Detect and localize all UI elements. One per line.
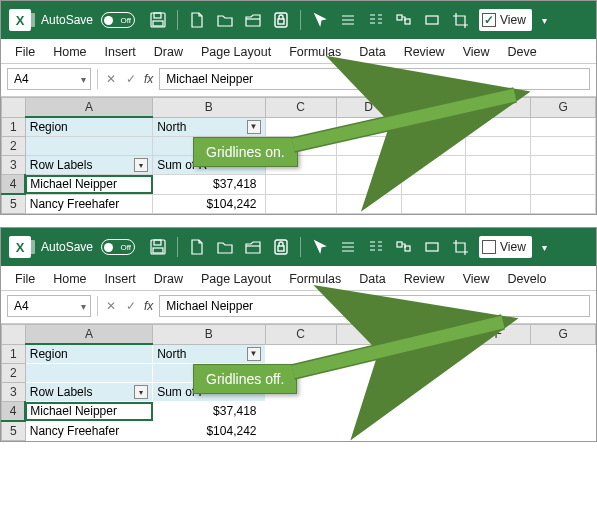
tab-home[interactable]: Home	[53, 272, 86, 286]
tab-page-layout[interactable]: Page Layout	[201, 45, 271, 59]
cell[interactable]	[466, 421, 531, 441]
save-icon[interactable]	[149, 11, 167, 29]
view-gridlines-checkbox[interactable]: View	[479, 9, 532, 31]
cell[interactable]	[25, 137, 152, 156]
select-all-corner[interactable]	[2, 325, 26, 345]
enter-icon[interactable]: ✓	[124, 72, 138, 86]
col-header-c[interactable]: C	[265, 98, 336, 118]
filter-dropdown-icon[interactable]: ▼	[247, 347, 261, 361]
cell[interactable]	[265, 402, 336, 422]
filter-dropdown-icon[interactable]: ▾	[134, 385, 148, 399]
indent-icon[interactable]	[367, 11, 385, 29]
view-gridlines-checkbox[interactable]: View	[479, 236, 532, 258]
cell[interactable]	[401, 137, 466, 156]
cell[interactable]	[265, 383, 336, 402]
cell-a4-selected[interactable]: Michael Neipper	[25, 175, 152, 195]
cell[interactable]	[401, 156, 466, 175]
cell[interactable]	[336, 402, 401, 422]
cell[interactable]	[401, 117, 466, 137]
cell[interactable]	[466, 383, 531, 402]
tab-view[interactable]: View	[463, 272, 490, 286]
fx-icon[interactable]: fx	[144, 72, 153, 86]
cell[interactable]	[531, 383, 596, 402]
cell[interactable]	[25, 364, 152, 383]
align-icon[interactable]	[339, 11, 357, 29]
lock-icon[interactable]	[272, 238, 290, 256]
cell[interactable]	[336, 194, 401, 214]
col-header-a[interactable]: A	[25, 98, 152, 118]
save-icon[interactable]	[149, 238, 167, 256]
cell[interactable]	[401, 402, 466, 422]
align-icon[interactable]	[339, 238, 357, 256]
cell[interactable]	[265, 137, 336, 156]
group-icon[interactable]	[395, 11, 413, 29]
row-header-1[interactable]: 1	[2, 117, 26, 137]
row-header-2[interactable]: 2	[2, 364, 26, 383]
cell[interactable]	[531, 137, 596, 156]
cell-a1[interactable]: Region	[25, 117, 152, 137]
tab-file[interactable]: File	[15, 272, 35, 286]
cell[interactable]	[336, 364, 401, 383]
cell[interactable]	[401, 421, 466, 441]
cell[interactable]	[336, 383, 401, 402]
new-file-icon[interactable]	[188, 238, 206, 256]
crop-icon[interactable]	[451, 11, 469, 29]
tab-home[interactable]: Home	[53, 45, 86, 59]
folder-icon[interactable]	[244, 238, 262, 256]
cell[interactable]	[265, 421, 336, 441]
cell[interactable]	[336, 117, 401, 137]
worksheet-grid[interactable]: A B C D E F G 1 Region North▼ 2 3 R	[1, 324, 596, 441]
cell[interactable]	[401, 364, 466, 383]
cell[interactable]	[265, 194, 336, 214]
tab-view[interactable]: View	[463, 45, 490, 59]
qat-dropdown-icon[interactable]: ▾	[542, 242, 547, 253]
col-header-d[interactable]: D	[336, 98, 401, 118]
enter-icon[interactable]: ✓	[124, 299, 138, 313]
cancel-icon[interactable]: ✕	[104, 299, 118, 313]
indent-icon[interactable]	[367, 238, 385, 256]
cell-b5[interactable]: $104,242	[153, 194, 265, 214]
col-header-d[interactable]: D	[336, 325, 401, 345]
cell-b4[interactable]: $37,418	[153, 402, 265, 422]
tab-review[interactable]: Review	[404, 272, 445, 286]
tab-insert[interactable]: Insert	[105, 272, 136, 286]
shape-icon[interactable]	[423, 238, 441, 256]
cell[interactable]	[336, 175, 401, 195]
cell[interactable]	[336, 156, 401, 175]
cell[interactable]	[466, 175, 531, 195]
cell-b1[interactable]: North▼	[153, 117, 265, 137]
cell-a3[interactable]: Row Labels▾	[25, 156, 152, 175]
row-header-5[interactable]: 5	[2, 194, 26, 214]
lock-icon[interactable]	[272, 11, 290, 29]
cell[interactable]	[153, 364, 265, 383]
tab-formulas[interactable]: Formulas	[289, 272, 341, 286]
group-icon[interactable]	[395, 238, 413, 256]
formula-input[interactable]: Michael Neipper	[159, 68, 590, 90]
cell[interactable]	[466, 194, 531, 214]
cell[interactable]	[401, 175, 466, 195]
cell[interactable]	[265, 344, 336, 364]
cell[interactable]	[531, 421, 596, 441]
cell[interactable]	[531, 344, 596, 364]
col-header-b[interactable]: B	[153, 98, 265, 118]
open-icon[interactable]	[216, 238, 234, 256]
cell[interactable]	[265, 117, 336, 137]
cell-b1[interactable]: North▼	[153, 344, 265, 364]
cell[interactable]	[466, 137, 531, 156]
tab-page-layout[interactable]: Page Layout	[201, 272, 271, 286]
cursor-icon[interactable]	[311, 238, 329, 256]
tab-draw[interactable]: Draw	[154, 272, 183, 286]
tab-developer[interactable]: Develo	[508, 272, 547, 286]
cell[interactable]	[531, 117, 596, 137]
qat-dropdown-icon[interactable]: ▾	[542, 15, 547, 26]
cell[interactable]	[265, 364, 336, 383]
row-header-3[interactable]: 3	[2, 156, 26, 175]
row-header-4[interactable]: 4	[2, 402, 26, 422]
tab-draw[interactable]: Draw	[154, 45, 183, 59]
cell[interactable]	[336, 137, 401, 156]
shape-icon[interactable]	[423, 11, 441, 29]
tab-insert[interactable]: Insert	[105, 45, 136, 59]
cell[interactable]	[466, 117, 531, 137]
cell[interactable]	[531, 175, 596, 195]
formula-input[interactable]: Michael Neipper	[159, 295, 590, 317]
